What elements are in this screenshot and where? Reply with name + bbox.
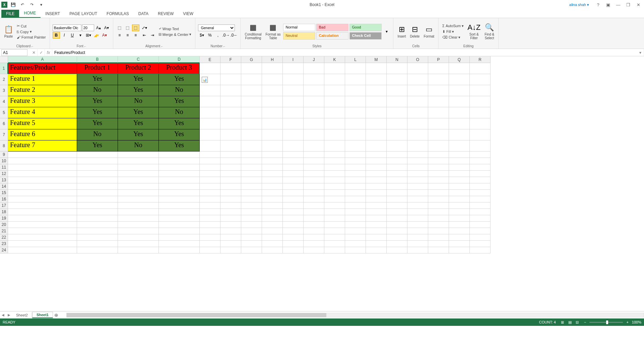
cell-Q22[interactable] xyxy=(449,234,470,241)
cell-E19[interactable] xyxy=(200,215,220,222)
insert-cells-button[interactable]: ⊞Insert xyxy=(396,19,407,44)
cell-E20[interactable] xyxy=(200,222,220,228)
cell-P4[interactable] xyxy=(428,96,449,107)
cell-H5[interactable] xyxy=(262,107,283,118)
cell-O14[interactable] xyxy=(407,183,428,190)
cell-O7[interactable] xyxy=(407,129,428,140)
cell-L8[interactable] xyxy=(345,140,366,152)
cell-P22[interactable] xyxy=(428,234,449,241)
cell-M8[interactable] xyxy=(366,140,387,152)
cell-Q12[interactable] xyxy=(449,171,470,177)
cell-K24[interactable] xyxy=(324,247,345,253)
style-normal[interactable]: Normal xyxy=(283,24,315,31)
cell-Q18[interactable] xyxy=(449,209,470,215)
row-header-22[interactable]: 22 xyxy=(0,234,8,241)
user-name[interactable]: alina shah ▾ xyxy=(569,3,589,7)
cell-H12[interactable] xyxy=(262,171,283,177)
col-header-K[interactable]: K xyxy=(324,56,345,63)
cell-M21[interactable] xyxy=(366,228,387,234)
cell-F1[interactable] xyxy=(220,63,241,74)
cell-R11[interactable] xyxy=(470,164,491,171)
cell-C3[interactable]: Yes xyxy=(118,85,159,96)
cell-L15[interactable] xyxy=(345,190,366,196)
cell-D4[interactable]: Yes xyxy=(159,96,200,107)
tab-view[interactable]: VIEW xyxy=(178,10,198,18)
col-header-R[interactable]: R xyxy=(470,56,491,63)
clipboard-dialog-launcher[interactable]: ⌐ xyxy=(31,45,33,48)
cell-E4[interactable] xyxy=(200,96,220,107)
increase-indent-button[interactable]: ⇥ xyxy=(149,32,156,39)
cell-P5[interactable] xyxy=(428,107,449,118)
cell-E13[interactable] xyxy=(200,177,220,183)
cell-O24[interactable] xyxy=(407,247,428,253)
cell-G12[interactable] xyxy=(241,171,262,177)
cell-K7[interactable] xyxy=(324,129,345,140)
merge-center-button[interactable]: ⊟ Merge & Center ▾ xyxy=(157,32,193,37)
cell-I15[interactable] xyxy=(283,190,304,196)
cell-F21[interactable] xyxy=(220,228,241,234)
cell-B7[interactable]: No xyxy=(77,129,118,140)
cell-D21[interactable] xyxy=(159,228,200,234)
cell-K19[interactable] xyxy=(324,215,345,222)
col-header-Q[interactable]: Q xyxy=(449,56,470,63)
row-header-23[interactable]: 23 xyxy=(0,241,8,247)
cell-R12[interactable] xyxy=(470,171,491,177)
cell-C19[interactable] xyxy=(118,215,159,222)
cell-H13[interactable] xyxy=(262,177,283,183)
cell-D19[interactable] xyxy=(159,215,200,222)
tab-formulas[interactable]: FORMULAS xyxy=(102,10,134,18)
sheet-nav-next[interactable]: ▶ xyxy=(6,312,12,318)
cell-G20[interactable] xyxy=(241,222,262,228)
cell-I6[interactable] xyxy=(283,118,304,129)
cell-P10[interactable] xyxy=(428,158,449,164)
cell-Q20[interactable] xyxy=(449,222,470,228)
insert-function-button[interactable]: fx xyxy=(45,49,52,56)
row-header-8[interactable]: 8 xyxy=(0,140,8,152)
italic-button[interactable]: I xyxy=(61,32,68,39)
cell-P18[interactable] xyxy=(428,209,449,215)
cell-I21[interactable] xyxy=(283,228,304,234)
cell-F24[interactable] xyxy=(220,247,241,253)
view-normal-button[interactable]: ⊞ xyxy=(559,319,566,325)
cell-D6[interactable]: Yes xyxy=(159,118,200,129)
col-header-D[interactable]: D xyxy=(159,56,200,63)
cell-B24[interactable] xyxy=(77,247,118,253)
cell-H10[interactable] xyxy=(262,158,283,164)
cell-J9[interactable] xyxy=(304,152,324,158)
cell-G2[interactable] xyxy=(241,74,262,85)
cell-D24[interactable] xyxy=(159,247,200,253)
cell-C11[interactable] xyxy=(118,164,159,171)
cell-I24[interactable] xyxy=(283,247,304,253)
cell-D9[interactable] xyxy=(159,152,200,158)
cell-B3[interactable]: No xyxy=(77,85,118,96)
col-header-I[interactable]: I xyxy=(283,56,304,63)
cell-H19[interactable] xyxy=(262,215,283,222)
cell-C17[interactable] xyxy=(118,202,159,209)
autosum-button[interactable]: Σ AutoSum ▾ xyxy=(441,23,465,28)
cell-L9[interactable] xyxy=(345,152,366,158)
cell-E18[interactable] xyxy=(200,209,220,215)
style-calculation[interactable]: Calculation xyxy=(316,32,348,40)
cell-G15[interactable] xyxy=(241,190,262,196)
formula-input[interactable] xyxy=(52,49,637,56)
cell-K16[interactable] xyxy=(324,196,345,202)
cell-P19[interactable] xyxy=(428,215,449,222)
cell-L21[interactable] xyxy=(345,228,366,234)
cell-F16[interactable] xyxy=(220,196,241,202)
cell-Q2[interactable] xyxy=(449,74,470,85)
cell-F3[interactable] xyxy=(220,85,241,96)
cell-A22[interactable] xyxy=(8,234,77,241)
sheet-nav-prev[interactable]: ◀ xyxy=(0,312,6,318)
cell-K18[interactable] xyxy=(324,209,345,215)
qat-save-button[interactable]: 💾 xyxy=(9,1,17,8)
cell-G11[interactable] xyxy=(241,164,262,171)
cell-D3[interactable]: No xyxy=(159,85,200,96)
cell-H1[interactable] xyxy=(262,63,283,74)
cell-E5[interactable] xyxy=(200,107,220,118)
tab-home[interactable]: HOME xyxy=(19,9,41,18)
cell-F2[interactable] xyxy=(220,74,241,85)
cell-A5[interactable]: Feature 4 xyxy=(8,107,77,118)
row-header-14[interactable]: 14 xyxy=(0,183,8,190)
cell-J2[interactable] xyxy=(304,74,324,85)
cell-R22[interactable] xyxy=(470,234,491,241)
